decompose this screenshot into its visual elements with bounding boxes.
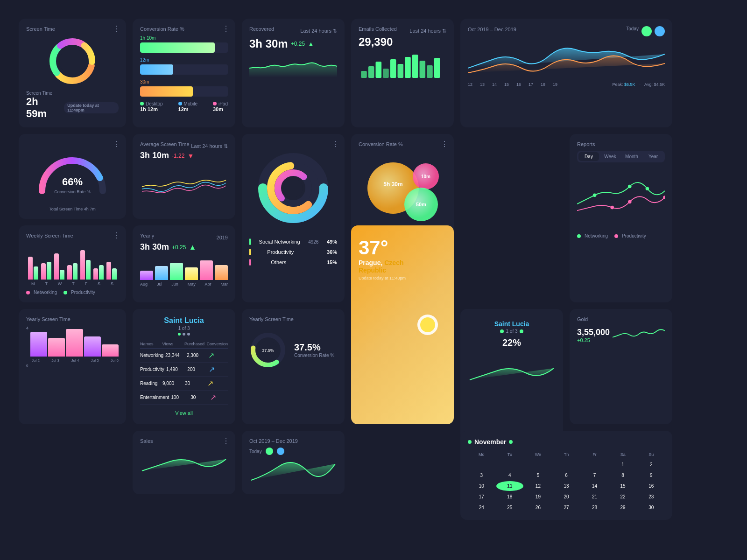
cal-day[interactable]: 13 <box>553 481 580 491</box>
cal-day[interactable]: 22 <box>609 492 637 502</box>
cal-day[interactable]: 8 <box>609 470 637 480</box>
screen-time-menu[interactable]: ⋮ <box>113 24 120 33</box>
sl2-subtitle: 1 of 3 <box>468 329 556 334</box>
oct-x-16: 16 <box>516 82 521 87</box>
cal-day[interactable]: 1 <box>609 460 637 469</box>
cal-day[interactable]: 30 <box>637 503 665 512</box>
conversion-rate-bars-card: Conversion Rate % ⋮ 1h 10m 12m 30m <box>133 19 235 127</box>
svg-rect-16 <box>434 58 440 78</box>
cal-day[interactable]: 20 <box>553 492 580 502</box>
cal-day[interactable] <box>468 460 495 469</box>
cal-day[interactable]: 10 <box>468 481 495 491</box>
svg-text:10m: 10m <box>421 174 430 179</box>
cal-day[interactable] <box>524 460 552 469</box>
sl2-chart <box>468 352 556 389</box>
table-row: Entertainment 100 30 ↗ <box>140 391 228 405</box>
gold-sparkline <box>613 326 665 344</box>
conv-rate-title: Conversion Rate % <box>140 26 228 32</box>
oct-x-15: 15 <box>504 82 509 87</box>
bar-label-1: 1h 10m <box>140 35 228 41</box>
cal-day[interactable]: 29 <box>609 503 637 512</box>
tab-year[interactable]: Year <box>643 152 663 161</box>
cal-day[interactable]: 2 <box>637 460 665 469</box>
conv-bubbles-title: Conversion Rate % <box>359 141 446 147</box>
sl2-title: Saint Lucia <box>468 320 556 328</box>
cal-day[interactable]: 27 <box>553 503 580 512</box>
weekly-title: Weekly Screen Time <box>26 233 119 238</box>
avg-screen-title: Average Screen Time <box>140 141 190 147</box>
cat-count-sn: 4926 <box>308 239 318 245</box>
cat-pct-other: 15% <box>327 259 337 265</box>
tab-day[interactable]: Day <box>578 152 599 161</box>
cal-day[interactable]: 3 <box>468 470 495 480</box>
cal-day[interactable]: 6 <box>553 470 580 480</box>
cal-day[interactable]: 23 <box>637 492 665 502</box>
oct-dec-row5-card: Oct 2019 – Dec 2019 Today <box>242 431 345 494</box>
nov-indicator <box>468 440 472 444</box>
oct-peak-label: Peak: <box>612 82 624 87</box>
cal-header-sa: Sa <box>609 450 637 459</box>
cal-day[interactable]: 16 <box>637 481 665 491</box>
sales-menu[interactable]: ⋮ <box>222 436 230 445</box>
oct-r5-badge2 <box>277 448 284 455</box>
cal-day[interactable]: 5 <box>524 470 552 480</box>
svg-point-5 <box>59 48 85 74</box>
tab-month[interactable]: Month <box>621 152 642 161</box>
oct-x-14: 14 <box>492 82 497 87</box>
cal-day[interactable]: 14 <box>581 481 608 491</box>
donut-conv-card: ⋮ <box>242 134 345 302</box>
oct-r5-today: Today <box>249 449 262 454</box>
yearly-max: 4 <box>26 326 28 330</box>
gold-card: Gold 3,55,000 +0.25 <box>570 309 672 424</box>
cal-day[interactable] <box>553 460 580 469</box>
cat-line-other <box>249 259 251 266</box>
svg-text:66%: 66% <box>62 176 83 188</box>
donut-conv-menu[interactable]: ⋮ <box>331 140 339 148</box>
avg-screen-card: Average Screen Time Last 24 hours ⇅ 3h 1… <box>133 134 235 219</box>
gold-label: Gold <box>577 316 665 322</box>
cal-day[interactable]: 25 <box>496 503 524 512</box>
th-views: Views <box>162 342 182 346</box>
table-row: Productivity 1,490 200 ↗ <box>140 363 228 377</box>
cal-day[interactable]: 26 <box>524 503 552 512</box>
cal-day[interactable] <box>581 460 608 469</box>
november-month: November <box>474 438 506 446</box>
cal-day[interactable]: 24 <box>468 503 495 512</box>
svg-text:37.5%: 37.5% <box>262 348 274 353</box>
tab-week[interactable]: Week <box>600 152 620 161</box>
emails-title: Emails Collected <box>359 26 397 32</box>
cal-day[interactable]: 28 <box>581 503 608 512</box>
cat-label-sn: Social Networking <box>259 239 300 245</box>
cal-day[interactable]: 19 <box>524 492 552 502</box>
conv-bubbles-menu[interactable]: ⋮ <box>441 140 448 148</box>
cal-day[interactable]: 15 <box>609 481 637 491</box>
cal-day[interactable]: 12 <box>524 481 552 491</box>
sl-dot-1 <box>178 333 181 336</box>
yearly-small-card: Yearly 2019 3h 30m +0.25 ▲ Aug Jul Jun M… <box>133 225 235 302</box>
cal-day[interactable] <box>496 460 524 469</box>
svg-point-19 <box>593 194 597 197</box>
cal-header-mo: Mo <box>468 450 495 459</box>
cal-day[interactable]: 18 <box>496 492 524 502</box>
avg-screen-change: -1.22 <box>172 153 184 159</box>
svg-rect-10 <box>390 59 396 78</box>
reports-legend-net-label: Networking <box>585 233 608 238</box>
cal-day[interactable]: 21 <box>581 492 608 502</box>
sales-chart <box>140 448 228 476</box>
cal-day[interactable]: 7 <box>581 470 608 480</box>
conv-rate-menu[interactable]: ⋮ <box>222 24 230 33</box>
weekly-menu[interactable]: ⋮ <box>113 231 120 240</box>
cal-day[interactable]: 4 <box>496 470 524 480</box>
svg-rect-15 <box>427 65 433 78</box>
sl-dot-2 <box>183 333 185 336</box>
oct-r5-badge1 <box>266 448 273 455</box>
cal-day[interactable]: 17 <box>468 492 495 502</box>
cal-day[interactable]: 9 <box>637 470 665 480</box>
svg-rect-13 <box>412 55 418 78</box>
svg-rect-6 <box>361 71 367 78</box>
cal-today[interactable]: 11 <box>496 481 524 491</box>
view-all-link[interactable]: View all <box>175 410 193 416</box>
oct-dec-card: Oct 2019 – Dec 2019 Today <box>460 19 672 127</box>
th-conversion: Conversion <box>206 342 228 346</box>
oct-dec-title: Oct 2019 – Dec 2019 <box>468 27 516 32</box>
